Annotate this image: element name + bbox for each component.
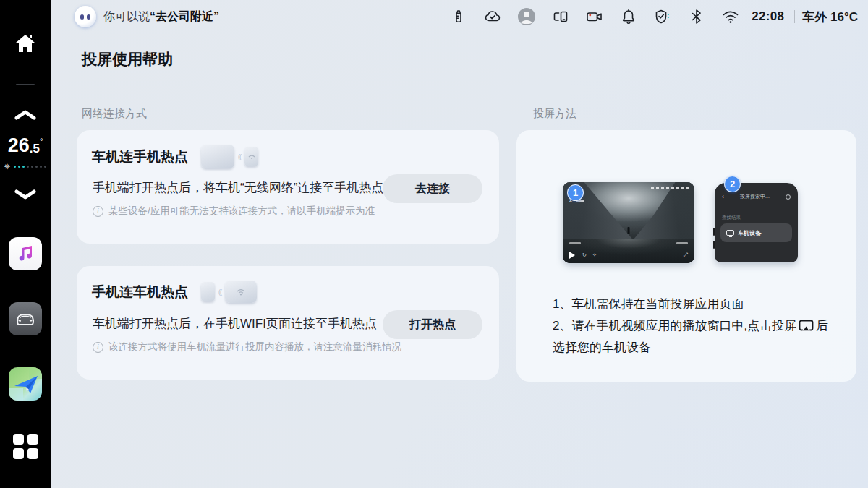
cast-search-screenshot: 2 ‹ 投屏搜索中... 查找结果 车机设备 xyxy=(715,183,798,262)
phone-to-car-connection-icon: (( xyxy=(201,281,257,303)
security-button[interactable] xyxy=(645,0,679,33)
cast-search-title: 投屏搜索中... xyxy=(740,193,770,200)
signal-waves-icon: (( xyxy=(218,288,221,296)
search-result-label: 查找结果 xyxy=(722,215,741,221)
music-app-button[interactable] xyxy=(9,237,42,270)
player-time-total xyxy=(676,242,688,244)
car-icon xyxy=(14,311,37,327)
temp-decimal: .5 xyxy=(30,142,40,155)
card-phone-to-car-hotspot: 手机连车机热点 (( 车机端打开热点后，在手机WIFI页面连接至手机热点 i 该… xyxy=(77,266,499,380)
player-settings-icon: ✧ xyxy=(592,252,597,258)
page-title: 投屏使用帮助 xyxy=(82,49,173,69)
hint-command: “去公司附近” xyxy=(150,10,219,22)
grid-square xyxy=(13,434,24,445)
card2-note-text: 该连接方式将使用车机流量进行投屏内容播放，请注意流量消耗情况 xyxy=(109,341,401,354)
temp-up-button[interactable] xyxy=(14,110,36,123)
casting-instructions: 1、车机需保持在当前投屏应用页面 2、请在手机视频应用的播放窗口中,点击投屏 后… xyxy=(553,294,835,359)
camera-button[interactable] xyxy=(577,0,611,33)
info-icon: i xyxy=(93,206,103,217)
car-display-icon xyxy=(201,145,234,168)
card-casting-method: 1 ✕ ↻ ✧ ⤢ 2 ‹ 投屏搜索中... 查找结果 车机设备 1、车机需保持… xyxy=(516,130,856,382)
go-connect-button[interactable]: 去连接 xyxy=(383,174,482,203)
hint-prefix: 你可以说 xyxy=(103,10,150,22)
grid-square xyxy=(27,434,38,445)
music-note-icon xyxy=(15,244,35,264)
phone-icon xyxy=(244,147,258,166)
refresh-circle-icon xyxy=(786,194,791,200)
outside-temperature: 车外 16°C xyxy=(802,9,858,25)
wifi-button[interactable] xyxy=(713,0,747,33)
video-player-screenshot: 1 ✕ ↻ ✧ ⤢ xyxy=(563,182,694,263)
card1-note: i 某些设备/应用可能无法支持该连接方式，请以手机端提示为准 xyxy=(93,205,375,218)
card2-description: 车机端打开热点后，在手机WIFI页面连接至手机热点 xyxy=(93,315,377,332)
bottle-icon xyxy=(451,9,467,25)
vehicle-app-button[interactable] xyxy=(9,302,42,335)
cast-display-icon xyxy=(726,230,734,236)
temp-down-button[interactable] xyxy=(14,189,36,202)
home-icon xyxy=(14,33,36,53)
all-apps-button[interactable] xyxy=(13,434,38,458)
clock: 22:08 xyxy=(752,9,784,24)
fan-icon: ❋ xyxy=(4,163,10,171)
car-hotspot-icon xyxy=(225,281,257,303)
method-section-header: 投屏方法 xyxy=(533,107,576,121)
instruction-line-3: 选择您的车机设备 xyxy=(553,337,835,359)
play-icon xyxy=(569,252,575,259)
network-section-header: 网络连接方式 xyxy=(82,107,147,121)
signal-waves-icon: (( xyxy=(238,153,241,160)
temp-degree: ° xyxy=(40,137,43,145)
step2-badge: 2 xyxy=(724,176,741,192)
bottle-status-button[interactable] xyxy=(441,0,475,33)
instruction-line-2: 2、请在手机视频应用的播放窗口中,点击投屏 后 xyxy=(553,315,835,337)
phone-side-button xyxy=(713,228,715,236)
navigation-app-button[interactable] xyxy=(9,367,42,401)
chevron-down-icon xyxy=(14,189,36,200)
player-time-elapsed xyxy=(569,242,581,244)
player-progress-bar xyxy=(569,247,688,248)
card1-title: 车机连手机热点 xyxy=(92,147,188,166)
temp-integer: 26 xyxy=(8,136,30,155)
card2-title: 手机连车机热点 xyxy=(92,283,188,301)
player-loop-icon: ↻ xyxy=(582,252,587,258)
fan-speed-indicator: ❋ xyxy=(4,163,46,171)
wifi-icon xyxy=(721,9,740,25)
fullscreen-icon: ⤢ xyxy=(684,252,688,259)
card1-note-text: 某些设备/应用可能无法支持该连接方式，请以手机端提示为准 xyxy=(109,205,375,218)
open-hotspot-button[interactable]: 打开热点 xyxy=(383,310,482,339)
phone-icon xyxy=(201,282,215,301)
card-car-to-phone-hotspot: 车机连手机热点 (( 手机端打开热点后，将车机“无线网络”连接至手机热点 i 某… xyxy=(77,130,499,244)
card2-note: i 该连接方式将使用车机流量进行投屏内容播放，请注意流量消耗情况 xyxy=(93,341,401,354)
voice-assistant-icon xyxy=(75,6,96,27)
video-foreground xyxy=(563,239,694,263)
back-chevron-icon: ‹ xyxy=(722,193,724,200)
camera-recording-icon xyxy=(585,8,604,25)
info-icon: i xyxy=(93,342,103,353)
bluetooth-button[interactable] xyxy=(679,0,713,33)
cloud-status-button[interactable] xyxy=(475,0,509,33)
shield-check-icon xyxy=(653,8,672,25)
voice-hint-text: 你可以说“去公司附近” xyxy=(103,9,219,25)
home-button[interactable] xyxy=(14,33,36,56)
grid-square xyxy=(27,448,38,459)
paper-plane-icon xyxy=(9,367,42,401)
notifications-button[interactable] xyxy=(611,0,645,33)
instruction-line-2-text: 2、请在手机视频应用的播放窗口中,点击投屏 xyxy=(553,319,796,333)
user-avatar-icon xyxy=(517,7,536,26)
bell-icon xyxy=(620,8,637,25)
car-device-list-item: 车机设备 xyxy=(720,223,792,242)
instruction-line-1: 1、车机需保持在当前投屏应用页面 xyxy=(553,294,835,315)
cast-icon xyxy=(799,320,814,332)
screen-mirror-button[interactable] xyxy=(543,0,577,33)
user-account-button[interactable] xyxy=(509,0,543,33)
card1-description: 手机端打开热点后，将车机“无线网络”连接至手机热点 xyxy=(93,179,383,196)
left-dock: 26.5° ❋ xyxy=(0,0,51,488)
status-divider xyxy=(794,10,795,23)
voice-assistant[interactable]: 你可以说“去公司附近” xyxy=(75,6,219,27)
video-figure xyxy=(628,227,630,234)
grid-square xyxy=(13,448,24,459)
dock-divider xyxy=(16,84,35,85)
player-top-icons xyxy=(651,187,689,189)
car-to-phone-connection-icon: (( xyxy=(201,145,258,168)
instruction-line-2-suffix: 后 xyxy=(816,319,828,333)
chevron-up-icon xyxy=(14,110,36,120)
